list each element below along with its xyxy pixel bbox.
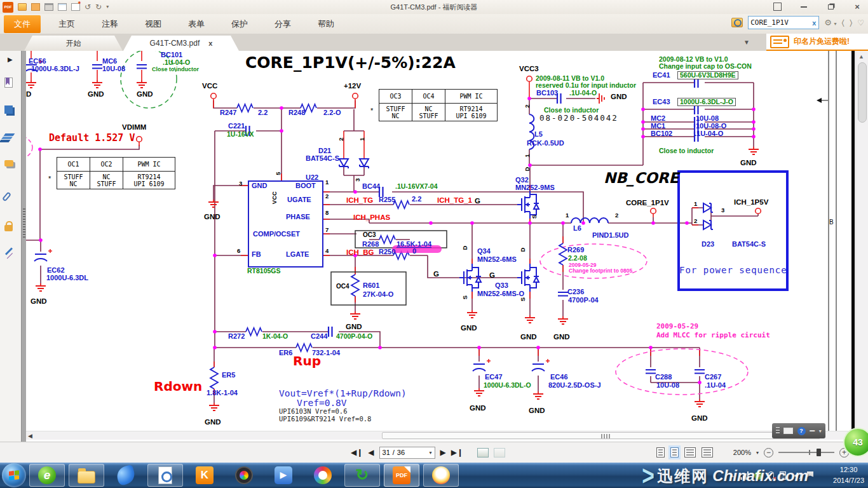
taskbar-app-search-doc[interactable]	[147, 464, 183, 487]
action-center-icon[interactable]	[807, 471, 813, 479]
volume-icon[interactable]: ◄)	[792, 471, 801, 479]
zoom-slider-thumb[interactable]	[817, 449, 821, 456]
qat-dropdown-icon[interactable]: ▾	[106, 4, 109, 10]
sidebar-expand-icon[interactable]: ▶	[8, 56, 20, 69]
menu-item-5[interactable]: 保护	[222, 15, 257, 33]
prev-page-icon[interactable]: ◀	[368, 449, 374, 456]
tab-list-dropdown-icon[interactable]: ▼	[743, 39, 750, 46]
schematic-label: R255	[379, 196, 395, 204]
facing-page-icon[interactable]	[684, 447, 696, 458]
save-icon[interactable]	[31, 3, 40, 11]
network-icon[interactable]	[740, 471, 749, 480]
quick-access-toolbar: PDF ↺ ↻ ▾	[0, 2, 109, 13]
single-page-icon[interactable]	[656, 447, 665, 458]
page-number-box[interactable]: 31 / 36 ▾	[379, 447, 435, 459]
toolbar-grip-icon[interactable]	[776, 427, 780, 435]
zoom-out-icon[interactable]: −	[764, 448, 773, 458]
taskbar-app-pptv[interactable]	[305, 464, 341, 487]
reading-mode-icon[interactable]	[769, 2, 785, 11]
taskbar-app-explorer[interactable]	[69, 464, 104, 487]
comments-icon[interactable]	[4, 160, 13, 166]
attachments-icon[interactable]	[2, 192, 11, 202]
toolbar-collapse-icon[interactable]: –	[810, 425, 815, 437]
menu-item-2[interactable]: 注释	[93, 15, 127, 33]
schematic-label: GND	[740, 159, 757, 166]
zoom-level[interactable]: 200%	[733, 449, 751, 456]
pdf-page[interactable]: EC561000U-6.3DL-JDMC610U-08GNDBC101.1U-0…	[26, 51, 855, 431]
menu-item-1[interactable]: 主页	[50, 15, 84, 33]
schematic-label: Q34	[477, 248, 491, 255]
close-button[interactable]: ×	[849, 2, 865, 11]
search-clear-icon[interactable]: x	[810, 19, 818, 27]
signature-icon[interactable]	[5, 247, 13, 255]
horizontal-scrollbar[interactable]: ◀ ▶	[26, 431, 855, 440]
typewriter-icon[interactable]	[783, 428, 793, 434]
email-icon[interactable]	[58, 3, 67, 11]
taskbar-app-foxit[interactable]: PDF	[384, 464, 419, 487]
promo-banner[interactable]: 印名片免运费啦!	[766, 34, 868, 51]
previous-view-icon[interactable]	[477, 448, 489, 458]
taskbar-app-kuwo[interactable]: K	[187, 464, 222, 487]
start-button[interactable]	[2, 463, 26, 487]
continuous-page-icon[interactable]	[670, 447, 679, 458]
zoom-slider[interactable]	[778, 452, 834, 453]
search-settings-icon[interactable]: ⚙ ▾	[824, 18, 836, 27]
scroll-up-icon[interactable]: ▲	[858, 53, 864, 60]
tray-expand-icon[interactable]: ▲	[729, 472, 735, 478]
security-icon[interactable]	[4, 225, 13, 231]
menu-item-3[interactable]: 视图	[136, 15, 170, 33]
menu-item-0[interactable]: 文件	[4, 15, 41, 33]
schematic-label: R247	[220, 109, 236, 117]
floating-toolbar[interactable]: ? – ▾	[772, 423, 825, 438]
open-icon[interactable]	[18, 3, 27, 11]
taskbar-app-browser[interactable]: e	[29, 464, 65, 487]
tray-clock[interactable]: 12:30 2014/7/23	[833, 464, 864, 485]
facing-continuous-icon[interactable]	[702, 447, 713, 458]
clipboard-icon[interactable]	[780, 471, 786, 480]
next-page-icon[interactable]: ▶	[440, 449, 446, 456]
favorite-icon[interactable]: ♡	[857, 18, 864, 27]
taskbar-app-photo[interactable]	[226, 464, 262, 487]
taskbar-app-player[interactable]: ▶	[266, 464, 301, 487]
minimize-button[interactable]	[796, 2, 812, 11]
first-page-icon[interactable]: ◀❙	[351, 449, 363, 456]
search-folder-icon[interactable]	[731, 18, 743, 27]
help-icon[interactable]: ?	[797, 427, 806, 435]
vertical-scroll-thumb[interactable]	[858, 62, 867, 123]
menu-item-4[interactable]: 表单	[179, 15, 214, 33]
tab-document[interactable]: G41T-CM3.pdfx	[123, 36, 239, 51]
create-pdf-icon[interactable]	[71, 3, 80, 11]
vertical-scrollbar[interactable]: ▲ ▼	[855, 51, 868, 440]
menu-item-6[interactable]: 分享	[266, 15, 300, 33]
tab-close-icon[interactable]: x	[208, 39, 212, 47]
page-dropdown-icon[interactable]: ▾	[430, 450, 432, 456]
page-current: 31	[383, 449, 390, 456]
schematic-label: Change footprint to 0805	[569, 268, 632, 274]
print-icon[interactable]	[44, 3, 53, 11]
next-view-icon[interactable]	[494, 448, 505, 458]
horizontal-scroll-thumb[interactable]	[382, 432, 820, 439]
search-input[interactable]	[749, 18, 810, 27]
toolbar-dropdown-icon[interactable]: ▾	[819, 428, 822, 434]
restore-button[interactable]	[822, 2, 839, 11]
redo-icon[interactable]: ↻	[95, 3, 102, 11]
zoom-dropdown-icon[interactable]: ▾	[756, 450, 759, 456]
tray-green-icon[interactable]: +	[754, 471, 763, 480]
search-prev-icon[interactable]: 〈	[842, 18, 844, 28]
menu-item-7[interactable]: 帮助	[309, 15, 343, 33]
taskbar-app-thunder[interactable]	[108, 464, 144, 487]
sidebar-splitter[interactable]	[21, 51, 26, 442]
taskbar-app-sync[interactable]: ↻	[344, 464, 380, 487]
last-page-icon[interactable]: ▶❙	[451, 449, 463, 456]
layers-icon[interactable]	[4, 133, 15, 136]
tab-start[interactable]: 开始	[24, 36, 123, 51]
pages-panel-icon[interactable]	[4, 105, 13, 114]
taskbar-app-bubble[interactable]	[423, 464, 459, 487]
bookmarks-icon[interactable]	[4, 78, 13, 88]
speedup-ball[interactable]: 43	[843, 428, 868, 457]
scroll-left-icon[interactable]: ◀	[28, 433, 32, 439]
search-next-icon[interactable]: 〉	[850, 18, 852, 28]
undo-icon[interactable]: ↺	[85, 3, 91, 11]
mouse-icon[interactable]	[768, 471, 774, 480]
schematic-label: Rup	[293, 355, 321, 369]
